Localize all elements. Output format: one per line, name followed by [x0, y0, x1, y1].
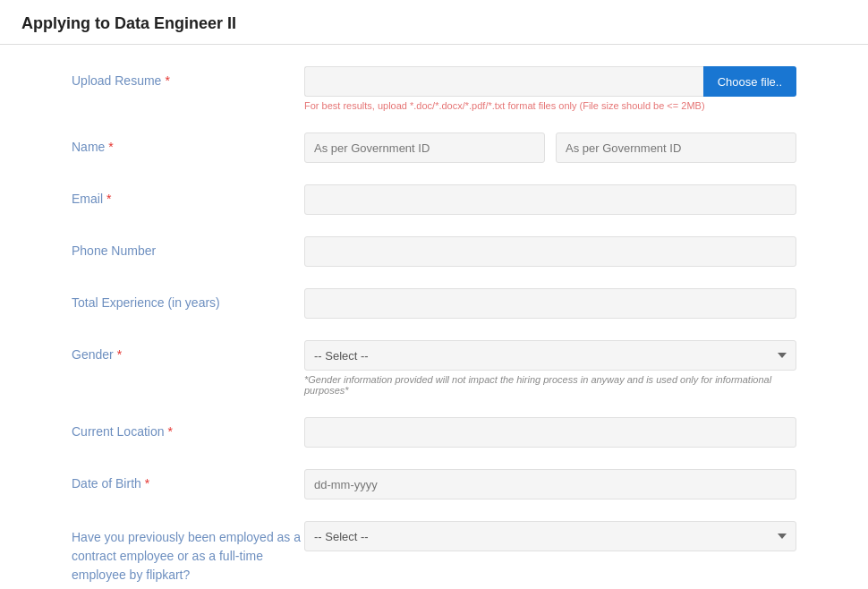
page-header: Applying to Data Engineer II [0, 0, 868, 45]
page-title: Applying to Data Engineer II [21, 14, 847, 33]
dob-label: Date of Birth* [72, 476, 149, 491]
dob-input[interactable] [304, 469, 796, 499]
current-location-label: Current Location* [72, 424, 173, 439]
name-inputs-row [304, 132, 796, 163]
experience-row: Total Experience (in years) [72, 288, 796, 319]
gender-label-col: Gender* [72, 340, 304, 362]
last-name-input[interactable] [556, 132, 796, 163]
email-control [304, 184, 796, 215]
upload-resume-label: Upload Resume* [72, 73, 170, 88]
phone-input[interactable] [304, 236, 796, 267]
prev-employed-label-col: Have you previously been employed as a c… [72, 521, 304, 585]
page-container: Applying to Data Engineer II Upload Resu… [0, 0, 868, 589]
current-location-control [304, 417, 796, 448]
current-location-label-col: Current Location* [72, 417, 304, 439]
upload-resume-label-col: Upload Resume* [72, 66, 304, 88]
choose-file-button[interactable]: Choose file.. [703, 66, 796, 97]
prev-employed-select[interactable]: -- Select -- Yes No [304, 521, 796, 551]
email-input[interactable] [304, 184, 796, 215]
upload-resume-control: Choose file.. For best results, upload *… [304, 66, 796, 111]
dob-control [304, 469, 796, 499]
prev-employed-control: -- Select -- Yes No [304, 521, 796, 551]
phone-label: Phone Number [72, 243, 156, 258]
name-label-col: Name* [72, 132, 304, 154]
email-label: Email* [72, 192, 111, 206]
gender-label: Gender* [72, 347, 122, 362]
prev-employed-label: Have you previously been employed as a c… [72, 530, 301, 582]
email-row: Email* [72, 184, 796, 215]
experience-label-col: Total Experience (in years) [72, 288, 304, 310]
file-hint: For best results, upload *.doc/*.docx/*.… [304, 100, 796, 111]
upload-resume-row: Upload Resume* Choose file.. For best re… [72, 66, 796, 111]
file-upload-row: Choose file.. [304, 66, 796, 97]
experience-label: Total Experience (in years) [72, 295, 220, 310]
current-location-row: Current Location* [72, 417, 796, 448]
email-label-col: Email* [72, 184, 304, 206]
phone-label-col: Phone Number [72, 236, 304, 258]
name-label: Name* [72, 140, 114, 154]
prev-employed-row: Have you previously been employed as a c… [72, 521, 796, 585]
gender-row: Gender* -- Select -- Male Female Other P… [72, 340, 796, 396]
experience-input[interactable] [304, 288, 796, 319]
phone-control [304, 236, 796, 267]
name-control [304, 132, 796, 163]
gender-select[interactable]: -- Select -- Male Female Other Prefer no… [304, 340, 796, 371]
dob-label-col: Date of Birth* [72, 469, 304, 491]
experience-control [304, 288, 796, 319]
gender-control: -- Select -- Male Female Other Prefer no… [304, 340, 796, 396]
file-upload-input[interactable] [304, 66, 703, 97]
application-form: Upload Resume* Choose file.. For best re… [0, 45, 868, 589]
phone-row: Phone Number [72, 236, 796, 267]
dob-row: Date of Birth* [72, 469, 796, 499]
first-name-input[interactable] [304, 132, 545, 163]
name-row: Name* [72, 132, 796, 163]
gender-note: *Gender information provided will not im… [304, 374, 796, 396]
current-location-input[interactable] [304, 417, 796, 448]
